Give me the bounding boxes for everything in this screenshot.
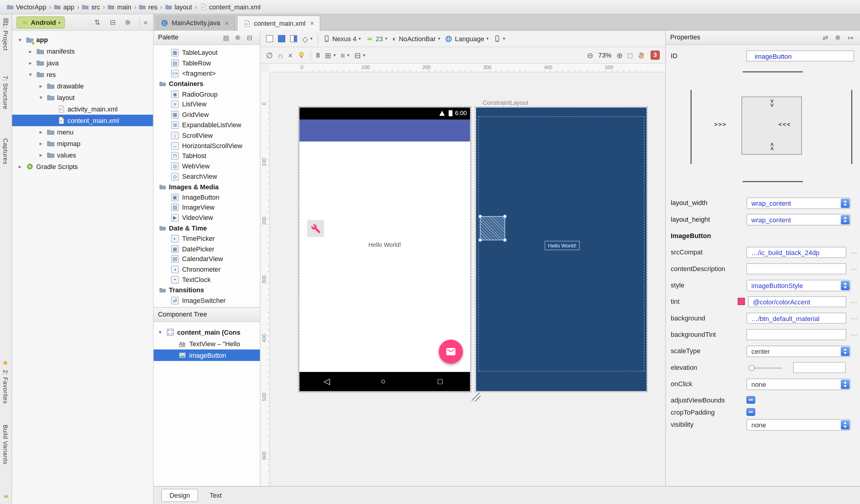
- elevation-slider[interactable]: [749, 368, 782, 369]
- palette-item-tablerow[interactable]: ▤TableRow: [154, 58, 260, 69]
- pan-hand-icon[interactable]: [637, 51, 646, 59]
- browse-button[interactable]: …: [850, 313, 857, 321]
- tree-collapse-icon[interactable]: ▾: [157, 329, 163, 335]
- selected-image-button[interactable]: [480, 216, 505, 241]
- palette-gear-icon[interactable]: [234, 34, 241, 41]
- infer-constraints-bulb-icon[interactable]: [298, 51, 306, 59]
- project-tree-item-gradle-scripts[interactable]: ▸Gradle Scripts: [12, 161, 153, 172]
- text-mode-tab[interactable]: Text: [201, 489, 230, 502]
- prop-srccompat-field[interactable]: …/ic_build_black_24dp: [746, 247, 846, 258]
- palette-item-radiogroup[interactable]: ◉RadioGroup: [154, 89, 260, 99]
- palette-item-tablelayout[interactable]: ▦TableLayout: [154, 48, 260, 58]
- palette-item-gridview[interactable]: ▦GridView: [154, 110, 260, 120]
- settings-gear-icon[interactable]: [124, 19, 131, 26]
- api-level-selector[interactable]: 23 ▾: [366, 35, 387, 42]
- locale-selector[interactable]: Language ▾: [445, 35, 489, 42]
- clear-constraints-icon[interactable]: ×: [288, 51, 292, 60]
- project-view-selector[interactable]: Android ▾: [16, 16, 64, 28]
- sort-icon[interactable]: ⇅: [95, 18, 101, 26]
- project-tree-item-mipmap[interactable]: ▸mipmap: [12, 138, 153, 149]
- tree-collapse-icon[interactable]: ▾: [27, 71, 34, 77]
- tree-expand-icon[interactable]: ▸: [27, 48, 34, 54]
- browse-button[interactable]: …: [850, 264, 857, 271]
- error-count-badge[interactable]: 3: [650, 51, 660, 60]
- dropdown-stepper-icon[interactable]: [841, 281, 850, 290]
- palette-item-imageview[interactable]: ▨ImageView: [154, 202, 260, 213]
- palette-item-videoview[interactable]: ▶VideoView: [154, 213, 260, 223]
- palette-item-timepicker[interactable]: ◐TimePicker: [154, 233, 260, 244]
- zoom-out-icon[interactable]: ⊖: [587, 51, 593, 60]
- color-swatch[interactable]: [738, 298, 745, 305]
- breadcrumb-item-vectorapp[interactable]: VectorApp: [5, 3, 47, 11]
- component-tree-item-textview-hello[interactable]: TextView – "Hello: [154, 338, 260, 349]
- editor-tab-mainactivity[interactable]: MainActivity.java ×: [155, 15, 235, 31]
- palette-item-imagebutton[interactable]: ▣ImageButton: [154, 192, 260, 202]
- tree-collapse-icon[interactable]: ▾: [16, 37, 24, 43]
- properties-gear-icon[interactable]: [834, 34, 842, 41]
- tree-expand-icon[interactable]: ▸: [37, 152, 44, 158]
- browse-button[interactable]: …: [850, 330, 857, 337]
- palette-item-tabhost[interactable]: ⊓TabHost: [154, 151, 260, 161]
- orientation-menu[interactable]: ◇▾: [302, 34, 313, 43]
- breadcrumb-item-layout[interactable]: layout: [164, 3, 193, 11]
- hide-panel-icon[interactable]: «: [144, 18, 148, 26]
- slider-knob-icon[interactable]: [748, 365, 755, 371]
- selection-handle[interactable]: [503, 214, 507, 218]
- palette-group-containers[interactable]: Containers: [154, 79, 260, 89]
- browse-button[interactable]: …: [850, 297, 857, 304]
- tree-expand-icon[interactable]: ▸: [27, 60, 34, 66]
- palette-group-date-time[interactable]: Date & Time: [154, 223, 260, 233]
- nav-recents-icon[interactable]: □: [438, 376, 442, 386]
- image-button-widget[interactable]: [307, 220, 324, 237]
- project-tree-item-menu[interactable]: ▸menu: [12, 126, 153, 138]
- default-margin-value[interactable]: 8: [316, 51, 320, 59]
- project-tree-item-res[interactable]: ▾res: [12, 69, 153, 80]
- design-preview[interactable]: 6:00 Hello World! ◁ ○ □: [300, 107, 470, 391]
- switch-view-icon[interactable]: ⇄: [823, 34, 828, 42]
- breadcrumb-item-res[interactable]: res: [138, 3, 158, 11]
- palette-item-chronometer[interactable]: ◑Chronometer: [154, 264, 260, 275]
- palette-item-scrollview[interactable]: ↕ScrollView: [154, 130, 260, 141]
- tree-expand-icon[interactable]: ▸: [37, 83, 44, 89]
- close-tab-icon[interactable]: ×: [310, 19, 314, 27]
- hello-world-text[interactable]: Hello World!: [300, 241, 470, 248]
- prop-scaletype-dropdown[interactable]: center: [746, 346, 850, 357]
- palette-item-fragment[interactable]: <><fragment>: [154, 69, 260, 79]
- prop-layout-height-dropdown[interactable]: wrap_content: [746, 214, 850, 225]
- constraint-inspector[interactable]: >>> <<< >> >>: [666, 66, 860, 195]
- zoom-in-icon[interactable]: ⊕: [616, 51, 622, 60]
- prop-layout-width-dropdown[interactable]: wrap_content: [746, 198, 850, 209]
- component-tree-item-imagebutton[interactable]: imageButton: [154, 349, 260, 361]
- blueprint-text-view[interactable]: Hello World!: [545, 241, 580, 250]
- prop-contentdescription-field[interactable]: [746, 263, 846, 274]
- tree-expand-icon[interactable]: ▸: [16, 163, 24, 170]
- design-surface[interactable]: ConstraintLayout 6:00 Hello World! ◁ ○ □: [270, 72, 665, 486]
- autoconnect-magnet-icon[interactable]: ∩: [278, 51, 283, 60]
- palette-view-mode-icon[interactable]: ▤: [223, 34, 230, 42]
- pack-menu[interactable]: ⊟▾: [354, 51, 365, 60]
- palette-group-transitions[interactable]: Transitions: [154, 285, 260, 295]
- theme-selector[interactable]: ◐ NoActionBar ▾: [392, 34, 440, 43]
- dropdown-stepper-icon[interactable]: [841, 379, 850, 389]
- palette-item-textclock[interactable]: ◓TextClock: [154, 275, 260, 285]
- component-tree-item-content-main-cons[interactable]: ▾content_main (Cons: [154, 327, 260, 338]
- margin-menu[interactable]: ⊞▾: [325, 51, 335, 60]
- prop-background-field[interactable]: …/btn_default_material: [746, 313, 846, 323]
- nav-back-icon[interactable]: ◁: [324, 376, 330, 386]
- fab-button[interactable]: [439, 340, 463, 364]
- prop-onclick-dropdown[interactable]: none: [746, 379, 850, 390]
- project-tree-item-content-main-xml[interactable]: content_main.xml: [12, 115, 153, 126]
- screen-variant-selector[interactable]: ▾: [493, 34, 505, 43]
- close-tab-icon[interactable]: ×: [225, 19, 229, 27]
- project-tree-item-app[interactable]: ▾app: [12, 34, 153, 45]
- design-mode-tab[interactable]: Design: [161, 489, 198, 502]
- design-view-icon[interactable]: [266, 35, 273, 42]
- constraint-right-arrows-icon[interactable]: <<<: [778, 120, 791, 128]
- palette-item-listview[interactable]: ≡ListView: [154, 99, 260, 110]
- palette-collapse-icon[interactable]: ⊟: [247, 34, 252, 42]
- breadcrumb-item-content-main-xml[interactable]: content_main.xml: [199, 3, 262, 11]
- autoconnect-off-icon[interactable]: ∅: [266, 51, 273, 60]
- prop-adjustviewbounds-toggle[interactable]: [746, 396, 755, 404]
- hide-panel-icon[interactable]: ↦: [848, 34, 853, 42]
- selection-handle[interactable]: [478, 238, 482, 242]
